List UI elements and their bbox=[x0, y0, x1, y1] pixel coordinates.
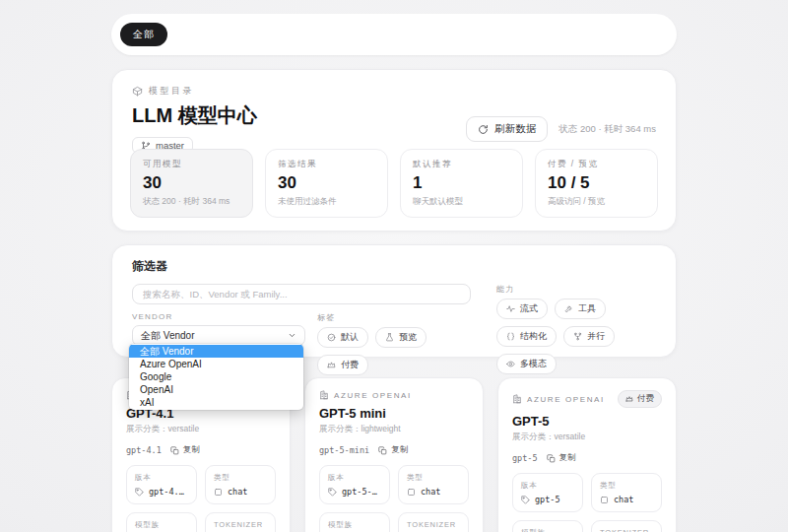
vendor-option-google[interactable]: Google bbox=[129, 370, 303, 383]
stat-value: 10 / 5 bbox=[548, 173, 645, 193]
check-circle-icon bbox=[327, 333, 336, 342]
filters-title: 筛选器 bbox=[132, 258, 656, 275]
capability-parallel[interactable]: 并行 bbox=[563, 326, 615, 347]
vendor-dropdown: 全部 Vendor Azure OpenAI Google OpenAI xAI bbox=[129, 344, 303, 410]
vendor-option-openai[interactable]: OpenAI bbox=[129, 383, 303, 396]
model-id: gpt-5-mini bbox=[319, 445, 369, 455]
wave-icon bbox=[506, 304, 515, 313]
stat-label: 筛选结果 bbox=[278, 159, 375, 170]
field-version: 版本 gpt-4.1-2025-... bbox=[126, 465, 197, 504]
capability-tools[interactable]: 工具 bbox=[555, 299, 606, 319]
model-name: GPT-5 mini bbox=[319, 406, 469, 421]
model-vendor: AZURE OPENAI bbox=[527, 395, 605, 404]
capability-label: 工具 bbox=[578, 302, 596, 315]
status-text: 状态 200 · 耗时 364 ms bbox=[558, 123, 656, 136]
model-vendor: AZURE OPENAI bbox=[334, 391, 412, 400]
stat-sub: 状态 200 · 耗时 364 ms bbox=[143, 196, 240, 208]
field-tokenizer: TOKENIZER o200k_base bbox=[398, 512, 469, 532]
filter-all-pill[interactable]: 全部 bbox=[120, 23, 167, 46]
package-icon bbox=[132, 86, 143, 97]
field-value: gpt-5-mini bbox=[342, 487, 381, 497]
catalog-eyebrow: 模型目录 bbox=[132, 85, 656, 98]
stat-available-models: 可用模型 30 状态 200 · 耗时 364 ms bbox=[130, 149, 253, 218]
capability-structured[interactable]: 结构化 bbox=[496, 326, 557, 347]
field-label: 模型族 bbox=[521, 528, 574, 532]
model-card-gpt-5-mini[interactable]: AZURE OPENAI GPT-5 mini 展示分类：lightweight… bbox=[304, 377, 484, 532]
building-icon bbox=[319, 390, 329, 400]
header-card: 模型目录 LLM 模型中心 master 刷新数据 状态 200 · 耗时 36… bbox=[111, 69, 677, 232]
field-label: TOKENIZER bbox=[600, 528, 653, 532]
paid-badge: 付费 bbox=[618, 390, 662, 408]
refresh-label: 刷新数据 bbox=[494, 122, 536, 136]
field-value: gpt-5 bbox=[535, 495, 560, 504]
field-label: 类型 bbox=[600, 481, 653, 491]
capability-multimodal[interactable]: 多模态 bbox=[496, 354, 557, 374]
vendor-option-all[interactable]: 全部 Vendor bbox=[129, 345, 303, 358]
field-version: 版本 gpt-5 bbox=[512, 473, 583, 512]
field-tokenizer: TOKENIZER o200k_base bbox=[205, 512, 276, 532]
model-category: 展示分类：versatile bbox=[126, 424, 276, 435]
copy-button[interactable]: 复制 bbox=[170, 444, 200, 456]
vendor-option-azure-openai[interactable]: Azure OpenAI bbox=[129, 358, 303, 370]
field-label: 版本 bbox=[328, 473, 381, 483]
model-category: 展示分类：versatile bbox=[512, 432, 662, 443]
copy-label: 复制 bbox=[391, 444, 408, 456]
field-value: chat bbox=[228, 487, 247, 497]
field-value: chat bbox=[614, 495, 633, 504]
field-label: 版本 bbox=[521, 481, 574, 491]
stat-value: 1 bbox=[413, 173, 510, 193]
vendor-selected-value: 全部 Vendor bbox=[141, 329, 194, 343]
refresh-button[interactable]: 刷新数据 bbox=[466, 116, 548, 142]
tag-icon bbox=[328, 488, 337, 497]
field-family: 模型族 gpt-5-mini bbox=[319, 512, 390, 532]
stat-label: 默认推荐 bbox=[413, 159, 510, 170]
model-card-gpt-5[interactable]: AZURE OPENAI 付费 GPT-5 展示分类：versatile gpt… bbox=[497, 377, 677, 532]
stat-sub: 高级访问 / 预览 bbox=[548, 196, 645, 208]
building-icon bbox=[512, 394, 522, 404]
field-type: 类型 chat bbox=[398, 465, 469, 504]
stat-filter-results: 筛选结果 30 未使用过滤条件 bbox=[265, 149, 388, 218]
square-icon bbox=[600, 496, 609, 504]
tag-filter-preview[interactable]: 预览 bbox=[375, 327, 427, 348]
field-type: 类型 chat bbox=[591, 473, 662, 512]
vendor-label: VENDOR bbox=[132, 312, 305, 321]
field-value: chat bbox=[421, 487, 440, 497]
stat-label: 付费 / 预览 bbox=[548, 159, 645, 170]
copy-label: 复制 bbox=[559, 452, 576, 464]
crown-icon bbox=[625, 395, 633, 403]
model-name: GPT-5 bbox=[512, 414, 662, 429]
field-tokenizer: TOKENIZER o200k_base bbox=[591, 520, 662, 532]
stat-paid-preview: 付费 / 预览 10 / 5 高级访问 / 预览 bbox=[535, 149, 658, 218]
vendor-select[interactable]: 全部 Vendor bbox=[132, 325, 305, 346]
tag-icon bbox=[521, 496, 530, 504]
capability-label: 多模态 bbox=[520, 358, 547, 370]
capability-label: 并行 bbox=[587, 330, 605, 343]
stat-sub: 未使用过滤条件 bbox=[278, 196, 375, 208]
field-value: gpt-4.1-2025-... bbox=[149, 487, 188, 497]
copy-label: 复制 bbox=[183, 444, 200, 456]
capability-streaming[interactable]: 流式 bbox=[496, 299, 548, 319]
flask-icon bbox=[385, 333, 394, 342]
vendor-option-xai[interactable]: xAI bbox=[129, 396, 303, 409]
capability-label: 流式 bbox=[520, 302, 538, 315]
model-category: 展示分类：lightweight bbox=[319, 424, 469, 435]
field-label: 模型族 bbox=[328, 520, 381, 530]
search-input[interactable] bbox=[132, 284, 471, 304]
field-label: 版本 bbox=[135, 473, 188, 483]
capability-label: 结构化 bbox=[520, 330, 547, 343]
stat-default-recommend: 默认推荐 1 聊天默认模型 bbox=[400, 149, 523, 218]
top-toolbar: 全部 bbox=[111, 14, 677, 55]
tags-label: 标签 bbox=[317, 312, 471, 323]
square-icon bbox=[214, 488, 223, 497]
copy-icon bbox=[378, 446, 387, 455]
stat-value: 30 bbox=[143, 173, 240, 193]
copy-button[interactable]: 复制 bbox=[378, 444, 408, 456]
tag-icon bbox=[135, 488, 144, 497]
chevron-down-icon bbox=[288, 331, 296, 340]
tag-filter-default[interactable]: 默认 bbox=[317, 327, 368, 348]
braces-icon bbox=[506, 332, 515, 341]
copy-button[interactable]: 复制 bbox=[547, 452, 576, 464]
refresh-icon bbox=[478, 124, 489, 135]
tag-filter-paid[interactable]: 付费 bbox=[317, 355, 368, 375]
tag-label: 预览 bbox=[399, 331, 417, 344]
